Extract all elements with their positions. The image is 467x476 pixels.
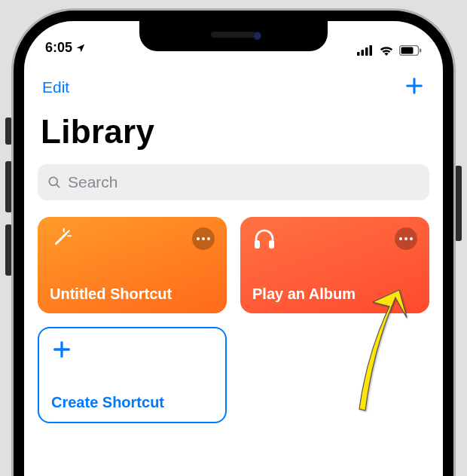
shortcut-label: Play an Album xyxy=(252,285,417,303)
svg-rect-0 xyxy=(357,52,360,56)
side-button-volume-down xyxy=(5,224,12,276)
svg-rect-6 xyxy=(401,47,414,54)
create-shortcut-card[interactable]: Create Shortcut xyxy=(38,327,227,423)
location-icon xyxy=(75,43,86,53)
plus-icon xyxy=(51,339,72,360)
phone-frame: 6:05 xyxy=(14,11,453,476)
svg-rect-1 xyxy=(362,50,365,56)
edit-button[interactable]: Edit xyxy=(42,78,69,96)
screen: 6:05 xyxy=(24,21,443,476)
svg-rect-3 xyxy=(370,45,373,56)
status-time: 6:05 xyxy=(45,40,72,56)
search-icon xyxy=(47,175,62,190)
shortcut-card-play-album[interactable]: Play an Album xyxy=(240,217,429,313)
search-placeholder: Search xyxy=(68,173,118,191)
nav-bar: Edit xyxy=(24,59,443,102)
add-button[interactable] xyxy=(404,75,425,99)
page-title: Library xyxy=(24,102,443,157)
side-button-silence xyxy=(5,117,12,145)
svg-rect-8 xyxy=(255,240,260,249)
search-input[interactable]: Search xyxy=(38,164,429,200)
svg-rect-9 xyxy=(269,240,274,249)
headphones-icon xyxy=(252,227,276,250)
more-button[interactable] xyxy=(192,227,215,250)
shortcut-grid: Untitled Shortcut Play an Album xyxy=(24,200,443,440)
cellular-icon xyxy=(357,45,374,56)
create-shortcut-label: Create Shortcut xyxy=(51,394,213,411)
plus-icon xyxy=(404,75,425,96)
svg-rect-2 xyxy=(365,47,368,56)
more-button[interactable] xyxy=(395,227,417,250)
battery-icon xyxy=(399,45,422,56)
side-button-power xyxy=(455,166,462,241)
shortcut-card-untitled[interactable]: Untitled Shortcut xyxy=(38,217,227,313)
wifi-icon xyxy=(379,45,394,56)
wand-icon xyxy=(50,227,72,250)
shortcut-label: Untitled Shortcut xyxy=(50,285,215,303)
svg-rect-5 xyxy=(420,49,421,53)
side-button-volume-up xyxy=(5,161,12,212)
display-notch xyxy=(139,21,328,51)
